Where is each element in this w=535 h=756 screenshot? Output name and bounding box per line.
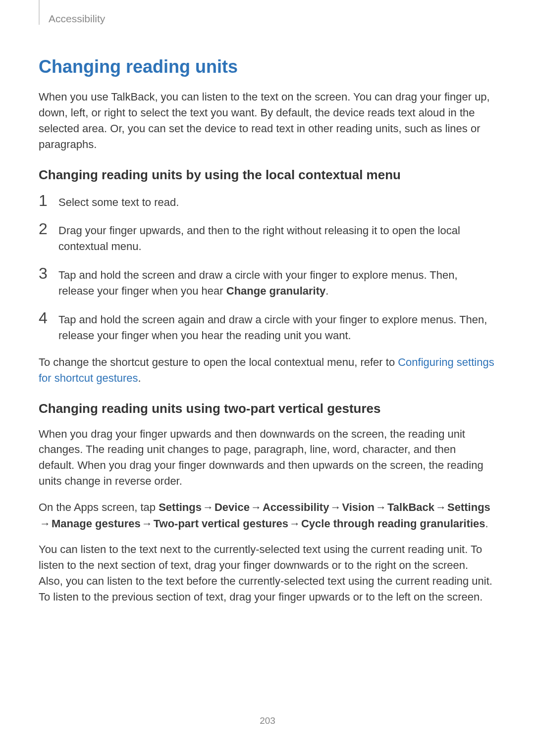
nav-cycle: Cycle through reading granularities xyxy=(301,517,485,530)
arrow-icon: → xyxy=(375,499,386,515)
arrow-icon: → xyxy=(435,499,446,515)
nav-vision: Vision xyxy=(342,501,374,513)
subheading-two-part-gestures: Changing reading units using two-part ve… xyxy=(39,401,494,416)
nav-settings: Settings xyxy=(159,501,202,513)
step-1: 1 Select some text to read. xyxy=(39,193,494,210)
nav-two-part: Two-part vertical gestures xyxy=(154,517,288,530)
nav-suffix: . xyxy=(485,517,488,530)
note-pre: To change the shortcut gesture to open t… xyxy=(39,356,398,368)
note-post: . xyxy=(138,372,141,384)
main-content: Changing reading units When you use Talk… xyxy=(39,50,494,615)
nav-accessibility: Accessibility xyxy=(263,501,329,513)
note-paragraph: To change the shortcut gesture to open t… xyxy=(39,354,494,386)
subheading-local-contextual: Changing reading units by using the loca… xyxy=(39,167,494,183)
step-2: 2 Drag your finger upwards, and then to … xyxy=(39,221,494,254)
step3-bold: Change granularity xyxy=(226,285,325,297)
step-number: 3 xyxy=(39,265,58,281)
margin-line xyxy=(39,0,40,25)
nav-manage-gestures: Manage gestures xyxy=(52,517,141,530)
arrow-icon: → xyxy=(142,515,153,532)
arrow-icon: → xyxy=(40,515,51,532)
step-text: Drag your finger upwards, and then to th… xyxy=(58,223,494,254)
nav-prefix: On the Apps screen, tap xyxy=(39,501,159,513)
arrow-icon: → xyxy=(251,499,262,515)
step3-post: . xyxy=(325,285,328,297)
step-text: Tap and hold the screen and draw a circl… xyxy=(58,267,494,299)
sub2-p1: When you drag your finger upwards and th… xyxy=(39,426,494,490)
step-text: Select some text to read. xyxy=(58,195,179,210)
page-title: Changing reading units xyxy=(39,56,494,77)
page-number: 203 xyxy=(0,715,535,726)
step-text: Tap and hold the screen again and draw a… xyxy=(58,312,494,344)
header-section-label: Accessibility xyxy=(49,13,105,25)
nav-settings2: Settings xyxy=(447,501,490,513)
navigation-path: On the Apps screen, tap Settings → Devic… xyxy=(39,499,494,532)
nav-talkback: TalkBack xyxy=(387,501,434,513)
intro-paragraph: When you use TalkBack, you can listen to… xyxy=(39,89,494,152)
step-4: 4 Tap and hold the screen again and draw… xyxy=(39,310,494,344)
arrow-icon: → xyxy=(289,515,300,532)
step-number: 2 xyxy=(39,221,58,237)
arrow-icon: → xyxy=(203,499,214,515)
sub2-p2: You can listen to the text next to the c… xyxy=(39,542,494,605)
step-number: 4 xyxy=(39,310,58,326)
step-number: 1 xyxy=(39,193,58,208)
arrow-icon: → xyxy=(330,499,341,515)
nav-device: Device xyxy=(214,501,250,513)
step-3: 3 Tap and hold the screen and draw a cir… xyxy=(39,265,494,299)
